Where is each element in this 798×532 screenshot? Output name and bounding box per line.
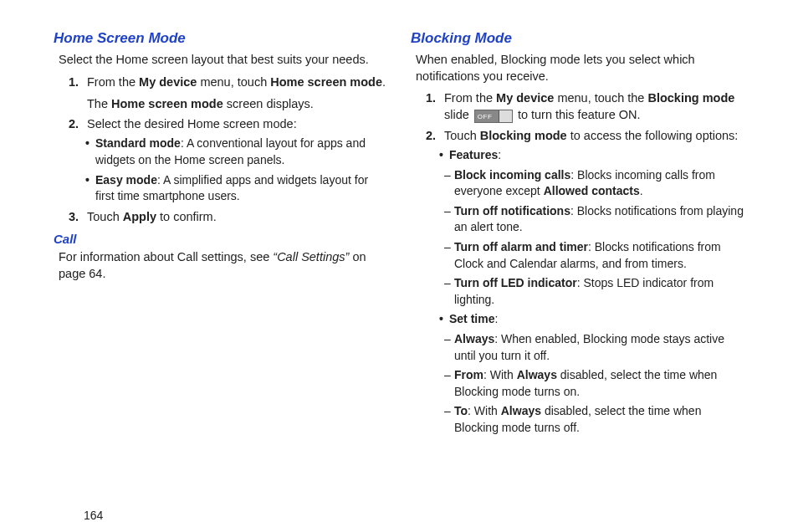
- t: .: [640, 184, 643, 197]
- right-column: Blocking Mode When enabled, Blocking mod…: [399, 25, 756, 524]
- t: My device: [139, 75, 197, 89]
- bullet-text: Standard mode: A conventional layout for…: [95, 136, 387, 168]
- dash-text: Always: When enabled, Blocking mode stay…: [454, 331, 744, 364]
- heading-blocking-mode: Blocking Mode: [411, 30, 744, 47]
- t: “Call Settings”: [273, 250, 349, 263]
- home-step-2: 2. Select the desired Home screen mode:: [69, 115, 387, 132]
- bullet-marker: •: [439, 311, 449, 328]
- dash-turn-off-alarm: – Turn off alarm and timer: Blocks notif…: [444, 239, 744, 272]
- dash-text: Block incoming calls: Blocks incoming ca…: [454, 167, 744, 200]
- t: Home screen mode: [111, 97, 223, 110]
- step-text: From the My device menu, touch the Block…: [444, 90, 744, 124]
- t: The: [87, 97, 111, 110]
- bullet-text: Features:: [449, 147, 744, 164]
- bullet-marker: •: [85, 136, 95, 168]
- bullet-easy-mode: • Easy mode: A simplified apps and widge…: [85, 172, 387, 205]
- dash-marker: –: [444, 367, 454, 400]
- bullet-set-time: • Set time:: [439, 311, 744, 328]
- t: screen displays.: [223, 97, 314, 110]
- heading-home-screen-mode: Home Screen Mode: [54, 30, 387, 47]
- bullet-text: Set time:: [449, 311, 744, 328]
- t: Home screen mode: [270, 75, 382, 89]
- t: For information about Call settings, see: [59, 250, 273, 263]
- t: Apply: [123, 210, 156, 223]
- bullet-standard-mode: • Standard mode: A conventional layout f…: [85, 136, 387, 168]
- t: Always: [501, 404, 541, 417]
- t: Blocking mode: [480, 129, 567, 142]
- t: From the: [444, 91, 496, 105]
- t: Features: [449, 148, 498, 161]
- blocking-step-2: 2. Touch Blocking mode to access the fol…: [426, 127, 744, 144]
- t: Turn off notifications: [454, 204, 570, 217]
- t: Allowed contacts: [544, 184, 640, 197]
- t: Standard mode: [95, 136, 181, 150]
- bullet-text: Easy mode: A simplified apps and widgets…: [95, 172, 387, 205]
- dash-marker: –: [444, 403, 454, 436]
- home-step-1: 1. From the My device menu, touch Home s…: [69, 74, 387, 113]
- t: Block incoming calls: [454, 168, 570, 182]
- t: Always: [517, 368, 557, 381]
- t: to turn this feature ON.: [514, 108, 641, 121]
- t: : When enabled, Blocking mode stays acti…: [454, 332, 724, 362]
- t: : With: [468, 404, 501, 417]
- t: :: [494, 312, 498, 325]
- dash-text: Turn off alarm and timer: Blocks notific…: [454, 239, 744, 272]
- t: Turn off alarm and timer: [454, 240, 588, 253]
- t: :: [498, 148, 501, 161]
- off-toggle-icon: OFF: [474, 110, 513, 123]
- t: From the: [87, 75, 139, 89]
- t: Always: [454, 332, 494, 345]
- call-text: For information about Call settings, see…: [59, 249, 387, 282]
- t: menu, touch the: [554, 91, 647, 105]
- bullet-marker: •: [85, 172, 95, 205]
- bullet-marker: •: [439, 147, 449, 164]
- dash-text: To: With Always disabled, select the tim…: [454, 403, 744, 436]
- t: menu, touch: [197, 75, 270, 89]
- step-number: 1.: [426, 90, 444, 124]
- step-number: 2.: [426, 127, 444, 144]
- t: : With: [483, 368, 517, 381]
- bullet-features: • Features:: [439, 147, 744, 164]
- left-column: Home Screen Mode Select the Home screen …: [42, 25, 399, 524]
- step-text: Touch Blocking mode to access the follow…: [444, 127, 744, 144]
- t: to access the following options:: [567, 129, 739, 142]
- dash-from: – From: With Always disabled, select the…: [444, 367, 744, 400]
- dash-text: Turn off notifications: Blocks notificat…: [454, 203, 744, 236]
- step-text: From the My device menu, touch Home scre…: [87, 74, 387, 113]
- step-number: 3.: [69, 208, 87, 225]
- home-intro-text: Select the Home screen layout that best …: [59, 52, 387, 69]
- dash-marker: –: [444, 203, 454, 236]
- t: To: [454, 404, 468, 417]
- t: Blocking mode: [647, 91, 734, 105]
- heading-call: Call: [54, 232, 387, 246]
- t: to confirm.: [156, 210, 217, 223]
- dash-text: From: With Always disabled, select the t…: [454, 367, 744, 400]
- dash-block-incoming: – Block incoming calls: Blocks incoming …: [444, 167, 744, 200]
- t: Touch: [87, 210, 123, 223]
- blocking-step-1: 1. From the My device menu, touch the Bl…: [426, 90, 744, 124]
- t: Turn off LED indicator: [454, 276, 577, 289]
- t: Easy mode: [95, 173, 157, 187]
- page-number: 164: [84, 509, 103, 522]
- home-step-3: 3. Touch Apply to confirm.: [69, 208, 387, 225]
- toggle-knob: [499, 110, 512, 122]
- dash-always: – Always: When enabled, Blocking mode st…: [444, 331, 744, 364]
- dash-text: Turn off LED indicator: Stops LED indica…: [454, 275, 744, 308]
- dash-marker: –: [444, 331, 454, 364]
- dash-turn-off-led: – Turn off LED indicator: Stops LED indi…: [444, 275, 744, 308]
- t: Set time: [449, 312, 494, 325]
- page: Home Screen Mode Select the Home screen …: [0, 0, 798, 532]
- dash-to: – To: With Always disabled, select the t…: [444, 403, 744, 436]
- t: From: [454, 368, 483, 381]
- dash-marker: –: [444, 239, 454, 272]
- blocking-intro-text: When enabled, Blocking mode lets you sel…: [416, 52, 744, 84]
- dash-marker: –: [444, 167, 454, 200]
- t: .: [382, 75, 386, 89]
- dash-turn-off-notifications: – Turn off notifications: Blocks notific…: [444, 203, 744, 236]
- dash-marker: –: [444, 275, 454, 308]
- step-text: Touch Apply to confirm.: [87, 208, 387, 225]
- t: slide: [444, 108, 473, 121]
- step-text: Select the desired Home screen mode:: [87, 115, 387, 132]
- step-number: 1.: [69, 74, 87, 113]
- step-number: 2.: [69, 115, 87, 132]
